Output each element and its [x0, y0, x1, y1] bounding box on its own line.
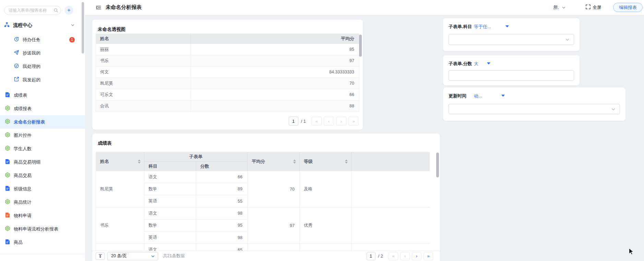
sort-icon[interactable]	[293, 159, 296, 164]
sidebar-item-started-by-me[interactable]: 我发起的	[0, 73, 80, 86]
last-page-button[interactable]: »	[424, 252, 433, 260]
page-number-box[interactable]: 1	[289, 117, 298, 126]
column-header-empty	[351, 152, 430, 171]
sidebar-item-label: 学生人数	[14, 146, 32, 152]
column-header-average[interactable]: 平均分	[248, 152, 300, 171]
sidebar-section-process-center[interactable]: 流程中心	[0, 21, 80, 30]
search-icon	[53, 8, 58, 14]
table-row: 何文84.33333333	[96, 67, 359, 78]
sidebar-item-form[interactable]: 商品	[0, 236, 85, 249]
sidebar-item-label: 我处理的	[23, 63, 75, 70]
sidebar-item-report[interactable]: 物料申请流程分析报表	[0, 222, 85, 236]
pivot-table-scrollbar[interactable]	[359, 35, 362, 57]
prev-page-button[interactable]: ‹	[400, 252, 410, 260]
mouse-cursor	[629, 248, 634, 256]
column-header-subform: 子表单	[144, 152, 247, 162]
cell-subject: 语文	[144, 171, 196, 183]
filter-update-time-select[interactable]	[449, 104, 620, 114]
sidebar-item-label: 待办任务	[23, 37, 69, 43]
filter-operator-link[interactable]: 大	[474, 61, 478, 67]
sidebar-item-report[interactable]: 成绩报表	[0, 102, 85, 115]
caret-down-icon[interactable]	[487, 62, 490, 64]
first-page-button[interactable]: «	[311, 117, 322, 126]
page-number-box[interactable]: 1	[367, 252, 375, 260]
sidebar-item-form[interactable]: 商品交易明细	[0, 155, 85, 169]
caret-down-icon[interactable]	[505, 25, 509, 27]
cell-name: 何文	[96, 67, 191, 78]
row-height-icon[interactable]	[96, 252, 105, 260]
search-input[interactable]	[4, 6, 61, 15]
sidebar-item-report-selected[interactable]: 未命名分析报表	[0, 115, 85, 129]
first-page-button[interactable]: «	[389, 252, 398, 260]
sidebar-item-handled-by-me[interactable]: 我处理的	[0, 60, 80, 73]
document-icon	[5, 92, 10, 99]
sort-icon[interactable]	[138, 159, 141, 164]
score-table-title: 成绩表	[98, 140, 112, 146]
todo-count-badge: 1	[69, 37, 75, 43]
sidebar: + 流程中心 待办任务 1 抄送我的 我处理的	[0, 0, 85, 261]
sidebar-item-form[interactable]: 物料申请	[0, 209, 85, 222]
prev-page-button[interactable]: ‹	[324, 117, 334, 126]
last-page-button[interactable]: »	[348, 117, 359, 126]
pivot-table-body: 丽丽85 书乐97 何文84.33333333 凯尼昊70 可乐文66 合讯88	[96, 44, 359, 112]
chevron-down-icon[interactable]	[71, 22, 75, 28]
page-title: 未命名分析报表	[106, 4, 142, 11]
sidebar-item-report[interactable]: 图片控件	[0, 129, 85, 142]
cell-average: 70	[191, 78, 359, 89]
column-header-grade[interactable]: 等级	[300, 152, 351, 171]
table-row: 可乐文66	[96, 89, 359, 100]
cell-subject: 数学	[144, 183, 196, 195]
page-size-select[interactable]: 20 条/页	[107, 252, 158, 260]
score-table-footer: 20 条/页 共21条数据 1 / 2 « ‹ › »	[92, 251, 440, 261]
next-page-button[interactable]: ›	[412, 252, 421, 260]
table-row: 丽丽85	[96, 44, 359, 55]
filter-operator-link[interactable]: 等于任...	[474, 24, 491, 30]
sidebar-item-report[interactable]: 学生人数	[0, 142, 85, 155]
filter-score-input[interactable]	[449, 70, 574, 81]
cell-grade: 优秀	[300, 207, 351, 244]
fullscreen-label: 全屏	[593, 4, 601, 11]
filter-operator-link[interactable]: 动...	[474, 93, 482, 99]
pivot-card: 未命名透视图 姓名 平均分 丽丽85 书乐97 何文84.33333333 凯尼…	[92, 20, 363, 130]
sort-icon[interactable]	[345, 159, 348, 164]
sidebar-item-report[interactable]: 商品统计	[0, 195, 85, 209]
cell-subject: 英语	[144, 195, 196, 207]
sidebar-item-todo-tasks[interactable]: 待办任务 1	[0, 33, 80, 46]
cell-average: 97	[191, 55, 359, 66]
sidebar-item-cc-to-me[interactable]: 抄送我的	[0, 46, 80, 60]
column-header-subject: 科目	[144, 162, 196, 171]
score-table: 姓名 子表单 科目 分数 平均分 等级 凯尼昊	[96, 152, 430, 256]
sidebar-item-label: 商品交易	[14, 173, 32, 179]
sidebar-scrollbar[interactable]	[82, 2, 84, 54]
cell-empty	[351, 207, 430, 244]
sidebar-item-label: 抄送我的	[23, 50, 75, 56]
cell-name: 可乐文	[96, 89, 191, 100]
add-button[interactable]: +	[64, 6, 73, 15]
column-header-name[interactable]: 姓名	[96, 152, 144, 171]
filter-card-score: 子表单.分数 大	[443, 55, 580, 85]
table-group-row: 凯尼昊 语文66 数学89 英语55 70 及格	[96, 171, 430, 207]
report-icon	[5, 132, 10, 139]
sidebar-item-form[interactable]: 班级信息	[0, 182, 85, 195]
cell-name: 凯尼昊	[96, 171, 144, 207]
filter-subject-select[interactable]	[449, 34, 574, 45]
score-table-pagination: 1 / 2 « ‹ › »	[367, 252, 433, 260]
send-out-icon	[14, 76, 19, 83]
score-table-scrollbar[interactable]	[436, 153, 439, 177]
edit-report-button[interactable]: 编辑报表	[613, 3, 643, 12]
table-row: 合讯88	[96, 100, 359, 112]
next-page-button[interactable]: ›	[336, 117, 346, 126]
fullscreen-button[interactable]: 全屏	[586, 4, 601, 11]
report-icon	[5, 105, 10, 112]
cell-score: 89	[196, 183, 247, 195]
caret-down-icon[interactable]	[501, 95, 505, 97]
cell-average: 97	[248, 207, 300, 244]
collapse-sidebar-icon[interactable]	[95, 4, 102, 11]
topbar: 未命名分析报表 所. 全屏 编辑报表	[85, 0, 644, 15]
sidebar-item-form[interactable]: 成绩表	[0, 88, 85, 102]
cell-grade: 及格	[300, 171, 351, 207]
scope-dropdown[interactable]: 所.	[553, 4, 566, 11]
sidebar-item-report[interactable]: 商品交易	[0, 169, 85, 182]
table-group-row: 书乐 语文98 数学95 英语98 97 优秀	[96, 207, 430, 244]
column-header-name: 姓名	[96, 34, 191, 44]
